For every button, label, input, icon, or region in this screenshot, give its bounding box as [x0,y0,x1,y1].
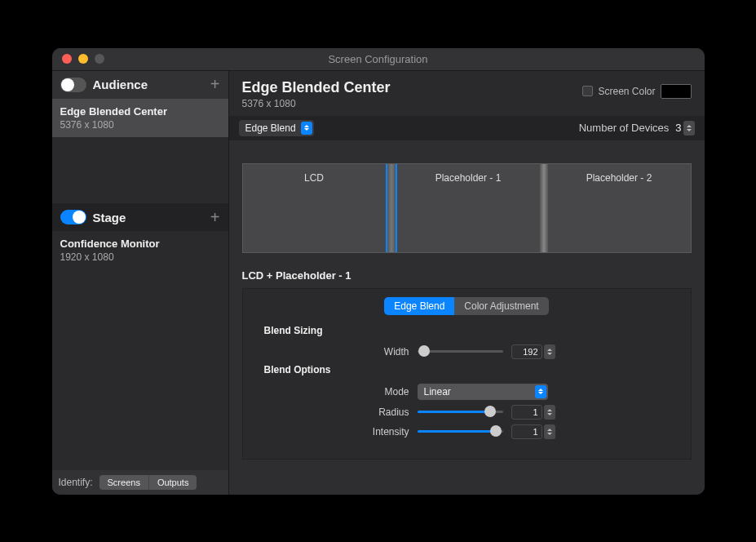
window-body: Audience + Edge Blended Center 5376 x 10… [52,71,705,495]
slider-thumb[interactable] [484,406,496,417]
blend-divider[interactable] [540,164,548,252]
slider-thumb[interactable] [490,425,502,437]
width-label: Width [256,346,418,358]
mode-select[interactable]: Linear [418,384,548,400]
radius-slider[interactable] [418,411,503,413]
identify-outputs-button[interactable]: Outputs [148,475,197,490]
slider-thumb[interactable] [418,345,430,357]
radius-label: Radius [256,406,418,418]
intensity-stepper[interactable] [544,424,555,439]
sidebar-spacer [52,269,228,469]
window: Screen Configuration Audience + Edge Ble… [52,48,705,495]
edit-section: LCD + Placeholder - 1 Edge Blend Color A… [229,269,705,473]
tab-edge-blend[interactable]: Edge Blend [384,297,454,315]
preview-cell-label: Placeholder - 2 [586,172,652,184]
blend-sizing-label: Blend Sizing [264,325,678,336]
chevron-updown-icon [301,122,312,135]
window-title: Screen Configuration [62,53,695,65]
main-panel: Edge Blended Center 5376 x 1080 Screen C… [229,71,705,495]
titlebar: Screen Configuration [52,48,705,71]
stage-label: Stage [93,211,210,224]
sidebar-item-resolution: 1920 x 1080 [60,251,220,263]
add-audience-button[interactable]: + [210,75,220,94]
add-stage-button[interactable]: + [210,208,220,227]
audience-header: Audience + [52,71,228,99]
identify-segment: Screens Outputs [99,475,197,490]
sidebar-item-resolution: 5376 x 1080 [60,119,220,131]
sidebar-footer: Identify: Screens Outputs [52,470,228,495]
radius-stepper[interactable] [544,405,555,420]
close-icon[interactable] [62,54,72,64]
preview-cell-label: Placeholder - 1 [435,172,502,184]
mode-select-value: Linear [424,386,451,398]
mode-label: Mode [256,386,418,398]
chevron-updown-icon [535,385,546,398]
preview-cell-2[interactable]: Placeholder - 2 [548,164,691,252]
intensity-slider[interactable] [418,430,503,433]
identify-label: Identify: [59,477,93,488]
zoom-icon[interactable] [95,54,104,64]
audience-toggle[interactable] [60,78,86,92]
main-title: Edge Blended Center [242,79,391,96]
sidebar-item-audience-0[interactable]: Edge Blended Center 5376 x 1080 [52,99,228,137]
minimize-icon[interactable] [78,54,88,64]
main-toolbar: Edge Blend Number of Devices 3 [229,116,705,140]
width-input[interactable] [511,344,542,359]
preview-area: LCD Placeholder - 1 Placeholder - 2 [229,140,705,269]
tab-color-adjustment[interactable]: Color Adjustment [454,297,548,315]
identify-screens-button[interactable]: Screens [99,475,148,490]
sidebar-item-name: Edge Blended Center [60,105,220,118]
preview-cell-1[interactable]: Placeholder - 1 [397,164,540,252]
width-row: Width [256,344,678,359]
radius-field [511,405,555,420]
width-slider[interactable] [418,350,503,353]
audience-label: Audience [93,78,210,91]
sidebar-spacer [52,137,228,204]
intensity-label: Intensity [256,426,418,438]
preview-cell-label: LCD [304,172,324,184]
radius-row: Radius [256,405,678,420]
preview-row: LCD Placeholder - 1 Placeholder - 2 [242,163,692,253]
screen-color-label: Screen Color [598,86,655,97]
preview-cell-0[interactable]: LCD [243,164,386,252]
blend-options-label: Blend Options [264,364,678,375]
main-resolution: 5376 x 1080 [242,98,391,109]
num-devices-stepper-buttons[interactable] [683,121,695,136]
edit-title: LCD + Placeholder - 1 [242,269,692,282]
stage-header: Stage + [52,203,228,231]
blend-divider-selected[interactable] [386,164,397,252]
main-header: Edge Blended Center 5376 x 1080 Screen C… [229,71,705,116]
traffic-lights [62,54,104,64]
intensity-row: Intensity [256,424,678,439]
radius-input[interactable] [511,405,542,420]
num-devices-stepper: 3 [675,121,694,136]
width-stepper[interactable] [544,344,555,359]
mode-dropdown[interactable]: Edge Blend [239,120,314,136]
sidebar-item-stage-0[interactable]: Confidence Monitor 1920 x 1080 [52,231,228,269]
sidebar-item-name: Confidence Monitor [60,238,220,250]
num-devices-label: Number of Devices [579,122,670,134]
sidebar: Audience + Edge Blended Center 5376 x 10… [52,71,229,495]
intensity-field [511,424,555,439]
mode-dropdown-value: Edge Blend [245,122,296,134]
intensity-input[interactable] [511,424,542,439]
screen-color-checkbox[interactable] [582,86,593,96]
num-devices-row: Number of Devices 3 [579,121,695,136]
screen-color-swatch[interactable] [661,84,692,99]
num-devices-value: 3 [675,122,681,134]
main-title-block: Edge Blended Center 5376 x 1080 [242,79,391,109]
mode-row: Mode Linear [256,384,678,400]
edit-tabs: Edge Blend Color Adjustment [256,297,678,315]
screen-color-row: Screen Color [582,84,691,99]
edit-panel: Edge Blend Color Adjustment Blend Sizing… [242,288,692,460]
width-field [511,344,555,359]
stage-toggle[interactable] [60,210,86,224]
